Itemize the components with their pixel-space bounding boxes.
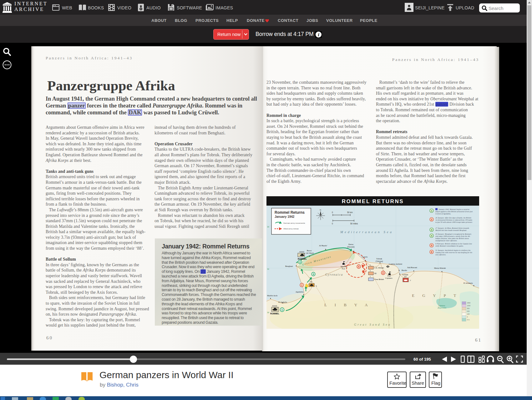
svg-text:in front of Agedabia.: in front of Agedabia.: [435, 213, 451, 215]
svg-text:3: 3: [313, 273, 314, 276]
svg-text:50: 50: [374, 272, 377, 274]
svg-text:4: 4: [431, 235, 432, 237]
svg-text:6: 6: [383, 272, 384, 274]
svg-text:Fort: Fort: [388, 275, 391, 277]
svg-text:1: 1: [431, 210, 432, 212]
svg-text:who takes 1000 prisoners, most: who takes 1000 prisoners, mostly from th…: [435, 235, 470, 237]
svg-text:32: 32: [267, 268, 269, 270]
svg-text:1000: 1000: [467, 305, 470, 307]
svg-text:Benghazi: Benghazi: [285, 265, 293, 267]
svg-text:30: 30: [267, 312, 269, 313]
svg-text:29 January: Benghazi is recapt: 29 January: Benghazi is recaptured by Ro…: [435, 233, 472, 235]
svg-text:Derna: Derna: [348, 243, 353, 245]
svg-text:Free British: Free British: [374, 278, 384, 280]
svg-text:2: 2: [301, 284, 303, 287]
svg-text:Capuzzo: Capuzzo: [385, 277, 393, 279]
svg-text:ROMMEL RETURNS: ROMMEL RETURNS: [342, 198, 404, 204]
svg-text:Sollum: Sollum: [402, 273, 408, 276]
svg-text:1st Armoured Division is reduc: 1st Armoured Division is reduced from 15…: [435, 219, 472, 221]
svg-text:stockpiled for their offensive: stockpiled for their offensive.: [435, 240, 457, 242]
svg-text:Rommel Returns: Rommel Returns: [275, 210, 305, 215]
svg-text:Cyrenaica: Cyrenaica: [325, 273, 343, 276]
svg-text:Indian Division. Also takes th: Indian Division. Also takes the British …: [435, 238, 469, 239]
svg-text:31 January: Auchinleck begins: 31 January: Auchinleck begins to reinfor…: [435, 249, 471, 251]
svg-text:100: 100: [467, 313, 470, 315]
svg-text:0: 0: [332, 222, 333, 225]
svg-text:5: 5: [358, 265, 360, 268]
svg-text:XXXX: XXXX: [272, 305, 277, 307]
svg-text:Gazala Line with reserves he w: Gazala Line with reserves he was keeping…: [435, 252, 472, 253]
svg-text:Gambut Airfield: Gambut Airfield: [389, 263, 403, 265]
svg-text:Fort: Fort: [342, 268, 345, 270]
svg-text:50 km: 50 km: [347, 211, 353, 213]
svg-text:Gazala: Gazala: [362, 256, 367, 258]
svg-text:ROMMEL: ROMMEL: [270, 312, 279, 315]
svg-text:XX: XX: [310, 281, 312, 283]
svg-text:5: 5: [431, 244, 432, 247]
svg-text:27 January: At Msus, Rommel fe: 27 January: At Msus, Rommel feints towar…: [435, 227, 469, 229]
svg-text:(Darnah): (Darnah): [347, 246, 354, 248]
svg-text:L I B Y A: L I B Y A: [324, 302, 371, 307]
svg-text:while Rommel consolidates his: while Rommel consolidates his gains.: [435, 245, 464, 247]
svg-text:XXXX: XXXX: [299, 251, 304, 253]
svg-text:1500: 1500: [467, 302, 470, 304]
svg-text:1 S. African: 1 S. African: [374, 267, 384, 269]
svg-text:Marble Arch: Marble Arch: [267, 294, 278, 297]
svg-text:1: 1: [281, 308, 283, 311]
svg-text:0: 0: [332, 211, 333, 213]
svg-text:Barce: Barce: [307, 249, 312, 252]
svg-text:50 miles: 50 miles: [350, 222, 358, 225]
svg-text:4: 4: [299, 261, 301, 263]
svg-text:Agedabia: Agedabia: [296, 291, 303, 293]
svg-text:Mechili: Mechili: [341, 265, 347, 268]
svg-text:(Tubruq): (Tubruq): [376, 260, 383, 262]
svg-text:Al Bayda’: Al Bayda’: [319, 244, 327, 247]
svg-text:(Al Marj): (Al Marj): [306, 252, 314, 254]
svg-text:Sidi Barrani: Sidi Barrani: [407, 266, 417, 268]
svg-text:3: 3: [431, 229, 432, 231]
svg-text:Depression: Depression: [438, 307, 446, 309]
svg-text:XX: XX: [404, 276, 407, 278]
svg-text:Mersa Matruh: Mersa Matruh: [434, 267, 446, 269]
svg-text:Mediterranean Sea: Mediterranean Sea: [340, 230, 393, 234]
svg-text:6 February: British withdraw t: 6 February: British withdraw to the Gaza…: [435, 243, 472, 245]
svg-text:7: 7: [410, 279, 411, 282]
svg-text:Great Sand Sea: Great Sand Sea: [354, 323, 391, 326]
svg-text:200: 200: [467, 310, 470, 312]
svg-text:2: 2: [431, 218, 432, 221]
svg-text:El Agheila: El Agheila: [278, 301, 287, 303]
svg-text:E G Y P T: E G Y P T: [412, 293, 459, 298]
svg-text:ROMMEL: ROMMEL: [298, 258, 307, 260]
svg-text:Mechili but then heads towards: Mechili but then heads towards Benghazi.: [435, 229, 467, 231]
svg-text:to just 50 with almost 1000 tr: to just 50 with almost 1000 troops taken…: [435, 221, 473, 223]
svg-text:26 January: After five days of: 26 January: After five days of battle, t…: [435, 217, 471, 219]
svg-text:Tobruk: Tobruk: [376, 258, 382, 260]
svg-text:Bardia: Bardia: [402, 269, 407, 271]
svg-text:Qattara: Qattara: [439, 305, 445, 307]
svg-text:500: 500: [467, 308, 470, 309]
svg-text:German army movements: German army movements: [283, 222, 305, 224]
svg-text:El Alamein: El Alamein: [464, 282, 473, 284]
svg-text:34: 34: [267, 226, 269, 228]
svg-text:January 1942: Rommel begins a: January 1942: Rommel begins a surprise: [438, 208, 469, 210]
svg-text:own offensive.: own offensive.: [435, 254, 446, 256]
svg-text:0: 0: [467, 316, 468, 318]
svg-text:6: 6: [431, 251, 432, 253]
svg-text:N: N: [320, 209, 321, 211]
svg-text:Allied army retreat: Allied army retreat: [283, 228, 299, 230]
svg-text:January 1942: January 1942: [275, 215, 295, 218]
svg-text:0 m: 0 m: [467, 319, 469, 321]
svg-text:attack against a thin British: attack against a thin British armoured s…: [435, 211, 473, 212]
